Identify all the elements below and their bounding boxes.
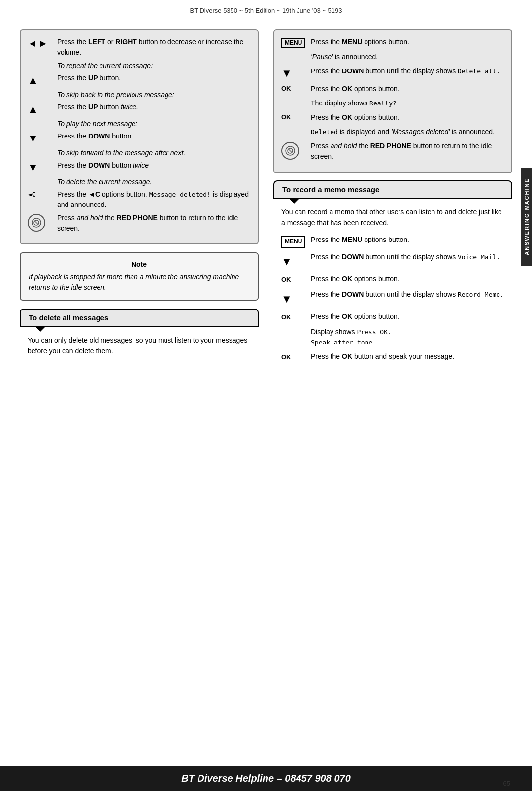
right-ok-icon-cell-2: OK	[281, 112, 306, 121]
memo-ok-bold-3: OK	[342, 352, 352, 360]
right-ok-row-2: OK Press the OK options button.	[281, 112, 504, 123]
really-mono: Really?	[369, 100, 397, 107]
right-ok-text-2: Press the OK options button.	[311, 112, 504, 123]
memo-ok-row-1: OK Press the OK options button.	[281, 274, 504, 285]
memo-down-bold-1: DOWN	[342, 253, 364, 261]
memo-ok-bold-1: OK	[342, 275, 352, 283]
voice-mail-mono: Voice Mail.	[458, 253, 500, 261]
italic-repeat: To repeat the current message:	[57, 61, 251, 71]
left-top-section: ◄ ► Press the LEFT or RIGHT button to de…	[20, 29, 259, 244]
side-tab: ANSWERING MACHINE	[521, 168, 532, 266]
up-bold-2: UP	[88, 103, 98, 111]
press-ok-mono: Press OK.	[357, 328, 391, 336]
memo-down-voicemail-row: ▼ Press the DOWN button until the displa…	[281, 252, 504, 270]
memo-menu-bold: MENU	[342, 236, 362, 243]
up-button-twice-row: ▲ Press the UP button twice.	[28, 102, 251, 116]
right-really-row: The display shows Really?	[281, 98, 504, 108]
memo-down-record-row: ▼ Press the DOWN button until the displa…	[281, 289, 504, 308]
delete-all-section-body: You can only delete old messages, so you…	[20, 327, 259, 362]
up-arrow-icon-cell: ▲	[28, 73, 52, 87]
right-ok-text-1: Press the OK options button.	[311, 84, 504, 94]
memo-menu-text: Press the MENU options button.	[311, 235, 504, 245]
italic-skip-back-text: To skip back to the previous message:	[57, 91, 174, 99]
up-arrow-icon-2: ▲	[28, 103, 38, 116]
right-red-phone-row: Press and hold the RED PHONE button to r…	[281, 141, 504, 162]
right-red-phone-text: Press and hold the RED PHONE button to r…	[311, 141, 504, 162]
up-arrow-icon-cell-2: ▲	[28, 102, 52, 116]
left-right-icon-cell: ◄ ►	[28, 37, 52, 49]
down-bold-r1: DOWN	[342, 67, 364, 75]
down-button-row: ▼ Press the DOWN button.	[28, 131, 251, 145]
c-back-text: Press the ◄C options button. Message del…	[57, 189, 251, 210]
pause-row: 'Pause' is announced.	[281, 52, 504, 62]
up-arrow-icon: ▲	[28, 74, 38, 87]
down-bold-1: DOWN	[88, 132, 110, 140]
down-button-text: Press the DOWN button.	[57, 131, 251, 141]
memo-ok-text-2: Press the OK options button.	[311, 311, 504, 322]
and-hold-italic-left: and hold	[77, 214, 103, 222]
down-button-twice-text: Press the DOWN button twice	[57, 160, 251, 171]
right-menu-icon-cell: MENU	[281, 37, 306, 48]
right-down-delete-text: Press the DOWN button until the display …	[311, 66, 504, 76]
italic-next-msg: To play the next message:	[57, 119, 251, 129]
up-twice-italic: twice.	[121, 103, 138, 111]
memo-ok-row-2: OK Press the OK options button.	[281, 311, 504, 323]
memo-ok-icon-2: OK	[281, 311, 306, 323]
down-arrow-icon-2: ▼	[28, 161, 38, 174]
red-phone-bold-left: RED PHONE	[117, 214, 158, 222]
record-memo-mono: Record Memo.	[458, 291, 504, 298]
page-wrapper: BT Diverse 5350 ~ 5th Edition ~ 19th Jun…	[0, 0, 532, 791]
memo-menu-row: MENU Press the MENU options button.	[281, 235, 504, 248]
memo-menu-icon: MENU	[281, 236, 305, 248]
italic-next-msg-text: To play the next message:	[57, 120, 137, 128]
right-menu-row: MENU Press the MENU options button.	[281, 37, 504, 48]
right-bold: RIGHT	[115, 38, 137, 46]
red-phone-row-left: Press and hold the RED PHONE button to r…	[28, 213, 251, 234]
right-top-section: MENU Press the MENU options button. 'Pau…	[273, 29, 512, 173]
right-deleted-text: Deleted is displayed and 'Messages delet…	[311, 127, 504, 137]
and-hold-italic-right: and hold	[331, 142, 357, 150]
memo-ok-label-3: OK	[281, 352, 291, 363]
c-back-bold: ◄C	[88, 190, 100, 198]
right-down-arrow-1: ▼	[281, 67, 292, 80]
side-tab-text: ANSWERING MACHINE	[524, 178, 530, 256]
memo-display-icon-cell	[281, 327, 306, 328]
right-deleted-icon-cell	[281, 127, 306, 128]
ok-icon-1: OK	[281, 85, 291, 92]
message-deleted-mono: Message deleted!	[149, 191, 211, 198]
italic-skip-fwd: To skip forward to the message after nex…	[57, 148, 251, 158]
note-body: If playback is stopped for more than a m…	[29, 272, 250, 293]
memo-down-arrow-1: ▼	[281, 253, 292, 270]
footer-text: BT Diverse Helpline – 08457 908 070	[181, 773, 351, 784]
delete-all-mono: Delete all.	[458, 68, 500, 75]
right-arrow-icon: ►	[38, 38, 48, 49]
memo-ok-label-2: OK	[281, 312, 291, 323]
right-down-delete-row: ▼ Press the DOWN button until the displa…	[281, 66, 504, 80]
right-really-text: The display shows Really?	[311, 98, 504, 108]
volume-instruction-row: ◄ ► Press the LEFT or RIGHT button to de…	[28, 37, 251, 58]
c-back-icon-cell: ◄C	[28, 189, 52, 198]
menu-bold-1: MENU	[342, 38, 362, 46]
header-title: BT Diverse 5350 ~ 5th Edition ~ 19th Jun…	[190, 7, 342, 14]
memo-ok-text-1: Press the OK options button.	[311, 274, 504, 284]
left-bold: LEFT	[88, 38, 105, 46]
ok-bold-1: OK	[342, 85, 352, 93]
deleted-mono: Deleted	[311, 128, 338, 136]
memo-section-wrapper: To record a memo message You can record …	[273, 180, 512, 372]
note-body-text: If playback is stopped for more than a m…	[29, 273, 239, 291]
memo-menu-icon-cell: MENU	[281, 235, 306, 248]
memo-down-arrow-2: ▼	[281, 290, 292, 308]
memo-ok-icon-3: OK	[281, 351, 306, 363]
right-deleted-row: Deleted is displayed and 'Messages delet…	[281, 127, 504, 137]
down-button-twice-row: ▼ Press the DOWN button twice	[28, 160, 251, 174]
down-twice-italic: twice	[133, 161, 149, 169]
red-phone-icon-cell-left	[28, 213, 52, 232]
down-arrow-icon-cell-2: ▼	[28, 160, 52, 174]
right-column: MENU Press the MENU options button. 'Pau…	[273, 29, 512, 378]
memo-section-title: To record a memo message	[273, 180, 512, 199]
page-header: BT Diverse 5350 ~ 5th Edition ~ 19th Jun…	[0, 0, 532, 19]
footer-bar: BT Diverse Helpline – 08457 908 070	[0, 766, 532, 791]
left-right-arrows-icon: ◄ ►	[28, 38, 48, 49]
delete-all-section-wrapper: To delete all messages You can only dele…	[20, 309, 259, 362]
down-arrow-icon: ▼	[28, 132, 38, 145]
